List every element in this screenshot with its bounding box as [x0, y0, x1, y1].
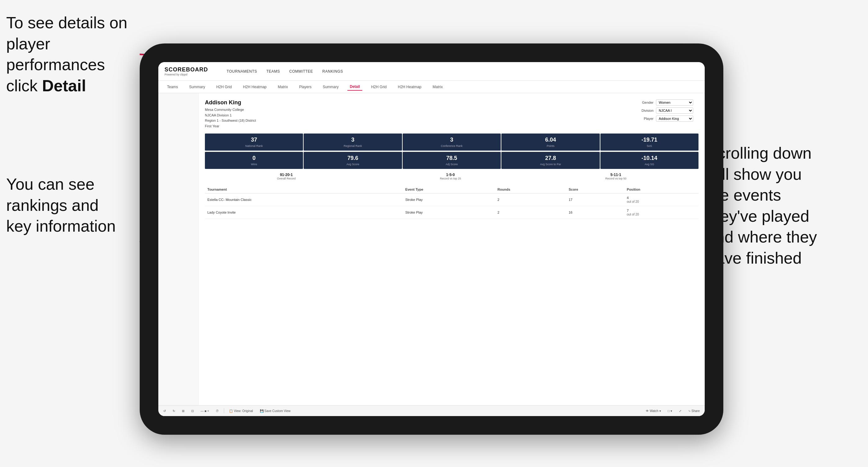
stat-adj-score: 78.5 Adj Score — [403, 152, 501, 169]
division-control: Division NJCAA I NJCAA II — [637, 107, 699, 114]
stat-label-avg-sg: Avg SG — [603, 163, 696, 166]
toolbar-grid[interactable]: ⊞ — [180, 409, 186, 413]
stat-value-regional-rank: 3 — [306, 136, 399, 143]
sub-nav-summary2[interactable]: Summary — [320, 84, 341, 90]
division-label: Division — [637, 109, 653, 113]
nav-item-teams[interactable]: TEAMS — [266, 68, 280, 75]
record-label-overall: Overall Record — [277, 177, 296, 180]
record-value-overall: 91-20-1 — [277, 173, 296, 177]
toolbar-expand[interactable]: ⤢ — [677, 409, 683, 413]
stat-value-avg-score: 79.6 — [306, 155, 399, 161]
stat-avg-sg: -10.14 Avg SG — [600, 152, 699, 169]
stat-label-adj-score: Adj Score — [405, 163, 498, 166]
stat-label-points: Points — [504, 145, 597, 148]
cell-tournament-2: Lady Coyote Invite — [205, 206, 403, 219]
tablet-frame: SCOREBOARD Powered by clippd TOURNAMENTS… — [140, 43, 723, 435]
sub-nav-summary[interactable]: Summary — [187, 84, 207, 90]
logo-text: SCOREBOARD — [164, 66, 208, 73]
stat-label-regional-rank: Regional Rank — [306, 145, 399, 148]
sub-nav-players[interactable]: Players — [297, 84, 314, 90]
annotation-right: Scrolling down will show you the events … — [707, 143, 862, 269]
cell-score-1: 17 — [566, 193, 624, 206]
toolbar-grid2[interactable]: ⊡ — [189, 409, 195, 413]
sub-nav-matrix[interactable]: Matrix — [275, 84, 290, 90]
record-label-top50: Record vs top 50 — [606, 177, 626, 180]
stat-avg-score: 79.6 Avg Score — [304, 152, 402, 169]
col-rounds: Rounds — [495, 186, 566, 193]
cell-position-1: 4out of 20 — [624, 193, 699, 206]
stat-conference-rank: 3 Conference Rank — [403, 133, 501, 151]
sub-nav-h2h-grid[interactable]: H2H Grid — [214, 84, 235, 90]
col-score: Score — [566, 186, 624, 193]
toolbar-zoom[interactable]: — ■ + — [199, 409, 211, 413]
record-label-top25: Record vs top 25 — [440, 177, 461, 180]
stat-value-sos: -19.71 — [603, 136, 696, 143]
stat-value-points: 6.04 — [504, 136, 597, 143]
player-control: Player Addison King — [637, 116, 699, 122]
cell-event-type-1: Stroke Play — [403, 193, 495, 206]
player-division: NJCAA Division 1 — [205, 113, 256, 118]
player-select[interactable]: Addison King — [656, 116, 693, 122]
stat-label-wins: Wins — [207, 163, 301, 166]
stat-label-national-rank: National Rank — [207, 145, 301, 148]
nav-item-rankings[interactable]: RANKINGS — [322, 68, 343, 75]
table-header-row: Tournament Event Type Rounds Score Posit… — [205, 186, 699, 193]
sub-nav-h2h-grid2[interactable]: H2H Grid — [369, 84, 389, 90]
player-detail: Addison King Mesa Community College NJCA… — [199, 93, 705, 405]
annotation-bottom-left: You can see rankings and key information — [6, 174, 149, 237]
player-label: Player — [637, 117, 653, 121]
stat-value-wins: 0 — [207, 155, 301, 161]
sub-nav: Teams Summary H2H Grid H2H Heatmap Matri… — [158, 81, 705, 93]
nav-item-tournaments[interactable]: TOURNAMENTS — [227, 68, 257, 75]
toolbar-view-original[interactable]: 📋 View: Original — [227, 409, 254, 413]
stat-value-conference-rank: 3 — [405, 136, 498, 143]
cell-score-2: 16 — [566, 206, 624, 219]
gender-control: Gender Women Men — [637, 99, 699, 105]
toolbar-watch[interactable]: 👁 Watch ▾ — [644, 409, 663, 413]
cell-position-2: 7out of 20 — [624, 206, 699, 219]
cell-rounds-2: 2 — [495, 206, 566, 219]
record-top50: 5-11-1 Record vs top 50 — [606, 173, 626, 180]
stat-sos: -19.71 SoS — [600, 133, 699, 151]
table-row: Lady Coyote Invite Stroke Play 2 16 7out… — [205, 206, 699, 219]
toolbar-undo[interactable]: ↺ — [161, 409, 168, 413]
toolbar-screen[interactable]: □ ▾ — [666, 409, 674, 413]
tournament-table: Tournament Event Type Rounds Score Posit… — [205, 186, 699, 219]
stat-points: 6.04 Points — [501, 133, 599, 151]
nav-item-committee[interactable]: COMMITTEE — [289, 68, 313, 75]
player-controls: Gender Women Men Division NJCAA I NJCAA … — [637, 99, 699, 122]
player-year: First Year — [205, 124, 256, 129]
stat-value-avg-sg: -10.14 — [603, 155, 696, 161]
logo-area: SCOREBOARD Powered by clippd — [164, 66, 208, 76]
stat-avg-score-par: 27.8 Avg Score to Par — [501, 152, 599, 169]
toolbar-clock[interactable]: ⏱ — [214, 409, 221, 413]
sub-nav-teams[interactable]: Teams — [164, 84, 180, 90]
logo-sub: Powered by clippd — [164, 73, 187, 76]
toolbar-save-custom[interactable]: 💾 Save Custom View — [258, 409, 292, 413]
stat-value-national-rank: 37 — [207, 136, 301, 143]
sub-nav-detail[interactable]: Detail — [347, 83, 363, 91]
stat-label-conference-rank: Conference Rank — [405, 145, 498, 148]
stat-national-rank: 37 National Rank — [205, 133, 303, 151]
division-select[interactable]: NJCAA I NJCAA II — [656, 107, 693, 114]
col-position: Position — [624, 186, 699, 193]
stat-wins: 0 Wins — [205, 152, 303, 169]
player-header: Addison King Mesa Community College NJCA… — [205, 99, 699, 129]
stat-label-avg-score-par: Avg Score to Par — [504, 163, 597, 166]
sub-nav-h2h-heatmap2[interactable]: H2H Heatmap — [395, 84, 424, 90]
main-content: Addison King Mesa Community College NJCA… — [158, 93, 705, 405]
player-name: Addison King — [205, 99, 256, 106]
nav-items: TOURNAMENTS TEAMS COMMITTEE RANKINGS — [227, 68, 343, 75]
toolbar-redo[interactable]: ↻ — [171, 409, 177, 413]
sub-nav-h2h-heatmap[interactable]: H2H Heatmap — [241, 84, 269, 90]
sub-nav-matrix2[interactable]: Matrix — [430, 84, 445, 90]
stats-grid-1: 37 National Rank 3 Regional Rank 3 Confe… — [205, 133, 699, 151]
player-region: Region 1 - Southwest (18) District — [205, 118, 256, 124]
cell-event-type-2: Stroke Play — [403, 206, 495, 219]
player-info: Addison King Mesa Community College NJCA… — [205, 99, 256, 129]
stat-value-avg-score-par: 27.8 — [504, 155, 597, 161]
player-school: Mesa Community College — [205, 107, 256, 113]
gender-select[interactable]: Women Men — [656, 99, 693, 105]
bottom-toolbar: ↺ ↻ ⊞ ⊡ — ■ + ⏱ 📋 View: Original 💾 Save … — [158, 405, 705, 416]
toolbar-share[interactable]: ⤷ Share — [686, 409, 702, 413]
